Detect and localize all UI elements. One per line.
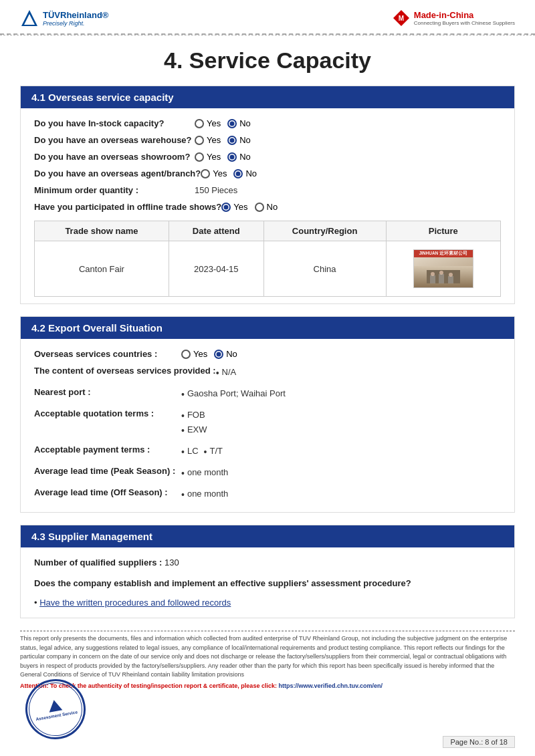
svg-point-8: [439, 271, 443, 275]
col-picture: Picture: [386, 221, 500, 241]
section-41: 4.1 Overseas service capacity Do you hav…: [20, 86, 515, 304]
trade-show-date-cell: 2023-04-15: [169, 241, 263, 297]
offline-no: No: [255, 202, 278, 212]
page: TÜVRheinland® Precisely Right. M Made-in…: [0, 0, 535, 756]
section-42-header: 4.2 Export Overall Situation: [21, 317, 514, 339]
offline-row: Have you participated in offline trade s…: [34, 199, 501, 215]
offline-yes: Yes: [221, 202, 247, 212]
instock-no-radio[interactable]: [227, 119, 237, 128]
lead-peak-label: Average lead time (Peak Season) :: [34, 466, 181, 476]
warehouse-no-radio[interactable]: [227, 136, 237, 145]
tuv-name: TÜVRheinland®: [43, 10, 108, 20]
agent-no-radio[interactable]: [233, 169, 243, 178]
svg-rect-6: [448, 276, 453, 283]
col-trade-show-name: Trade show name: [35, 221, 169, 241]
offline-radios: Yes No: [221, 202, 278, 212]
instock-yes: Yes: [195, 118, 221, 128]
col-date-attend: Date attend: [169, 221, 263, 241]
assessment-label: Does the company establish and implement…: [34, 578, 411, 588]
header: TÜVRheinland® Precisely Right. M Made-in…: [0, 0, 535, 35]
tuv-stamp-text: Assessment Service: [35, 709, 78, 722]
lead-peak-row: Average lead time (Peak Season) : • one …: [34, 463, 501, 484]
page-number: Page No.: 8 of 18: [443, 736, 515, 748]
payment-lc: • LC: [181, 445, 199, 459]
overseas-yes-item: Yes: [181, 349, 207, 359]
warehouse-no: No: [227, 135, 251, 145]
overseas-content-label: The content of overseas services provide…: [34, 366, 216, 376]
showroom-radios: Yes No: [195, 152, 251, 162]
quotation-value: • FOB • EXW: [181, 408, 501, 438]
section-43: 4.3 Supplier Management Number of qualif…: [20, 525, 515, 618]
quotation-terms-row: Acceptable quotation terms : • FOB • EXW: [34, 405, 501, 441]
min-order-value: 150 Pieces: [195, 185, 237, 195]
showroom-no-radio[interactable]: [227, 152, 237, 162]
port-bullet-dot: •: [181, 388, 185, 402]
offline-no-radio[interactable]: [255, 203, 264, 212]
instock-row: Do you have In-stock capacity? Yes No: [34, 115, 501, 132]
overseas-countries-label: Overseas services countries :: [34, 349, 181, 359]
agent-no: No: [233, 168, 257, 178]
overseas-yes-radio[interactable]: [181, 350, 191, 359]
num-suppliers-label: Number of qualified suppliers :: [34, 557, 162, 568]
min-order-label: Minimum order quantity :: [34, 185, 195, 195]
mic-logo: M Made-in-China Connecting Buyers with C…: [391, 8, 515, 28]
overseas-radios: Yes No: [181, 349, 237, 359]
section-42-content: Overseas services countries : Yes No The…: [21, 339, 514, 512]
svg-point-9: [449, 273, 453, 277]
section-43-content: Number of qualified suppliers : 130 Does…: [21, 547, 514, 618]
mic-name: Made-in-China: [414, 10, 515, 20]
quotation-fob: • FOB: [181, 408, 501, 423]
trade-show-table: Trade show name Date attend Country/Regi…: [34, 221, 501, 297]
overseas-no-item: No: [214, 349, 237, 359]
section-41-header: 4.1 Overseas service capacity: [21, 86, 514, 108]
canton-fair-image: JINHUAN 近环素材公司: [413, 249, 473, 288]
overseas-no-radio[interactable]: [214, 350, 223, 359]
showroom-yes-radio[interactable]: [195, 152, 204, 162]
trade-show-name-cell: Canton Fair: [35, 241, 169, 297]
warehouse-radios: Yes No: [195, 135, 251, 145]
assessment-value: Have the written procedures and followed…: [39, 598, 231, 608]
header-separator: [0, 35, 535, 35]
port-bullet: • Gaosha Port; Waihai Port: [181, 387, 501, 402]
lead-off-label: Average lead time (Off Season) :: [34, 487, 181, 497]
overseas-content-row: The content of overseas services provide…: [34, 362, 501, 384]
agent-label: Do you have an overseas agent/branch?: [34, 168, 201, 178]
showroom-label: Do you have an overseas showroom?: [34, 152, 195, 162]
table-row: Canton Fair 2023-04-15 China JINHUAN 近环素…: [35, 241, 501, 297]
tuv-subtitle: Precisely Right.: [43, 20, 108, 27]
assessment-row: Does the company establish and implement…: [34, 575, 501, 592]
section-43-header: 4.3 Supplier Management: [21, 525, 514, 547]
warehouse-yes-radio[interactable]: [195, 136, 204, 145]
footer-disclaimer: This report only presents the documents,…: [20, 630, 515, 680]
payment-label: Acceptable payment terms :: [34, 445, 181, 455]
showroom-row: Do you have an overseas showroom? Yes No: [34, 148, 501, 165]
payment-terms-row: Acceptable payment terms : • LC • T/T: [34, 441, 501, 463]
instock-label: Do you have In-stock capacity?: [34, 118, 195, 128]
instock-radios: Yes No: [195, 118, 251, 128]
canton-img-banner: JINHUAN 近环素材公司: [414, 250, 473, 257]
content-bullet: • N/A: [216, 366, 501, 380]
trade-show-picture-cell: JINHUAN 近环素材公司: [386, 241, 500, 297]
agent-yes-radio[interactable]: [201, 169, 210, 178]
svg-rect-4: [430, 275, 435, 283]
payment-value: • LC • T/T: [181, 445, 501, 459]
instock-no: No: [227, 118, 251, 128]
warehouse-yes: Yes: [195, 135, 221, 145]
lead-off-value: • one month: [181, 487, 501, 502]
section-41-content: Do you have In-stock capacity? Yes No Do…: [21, 108, 514, 303]
agent-radios: Yes No: [201, 168, 257, 178]
mic-tagline: Connecting Buyers with Chinese Suppliers: [414, 20, 515, 26]
section-42: 4.2 Export Overall Situation Overseas se…: [20, 316, 515, 513]
warehouse-label: Do you have an overseas warehouse?: [34, 135, 195, 145]
nearest-port-label: Nearest port :: [34, 387, 181, 397]
mic-icon: M: [391, 8, 411, 28]
col-country-region: Country/Region: [263, 221, 386, 241]
canton-fair-svg: [427, 270, 460, 283]
svg-text:M: M: [399, 15, 404, 22]
payment-tt: • T/T: [204, 445, 223, 459]
instock-yes-radio[interactable]: [195, 119, 204, 128]
bullet-dot: •: [216, 366, 219, 380]
svg-rect-5: [439, 274, 444, 283]
offline-yes-radio[interactable]: [221, 203, 231, 212]
tuv-triangle-icon: [20, 9, 39, 27]
